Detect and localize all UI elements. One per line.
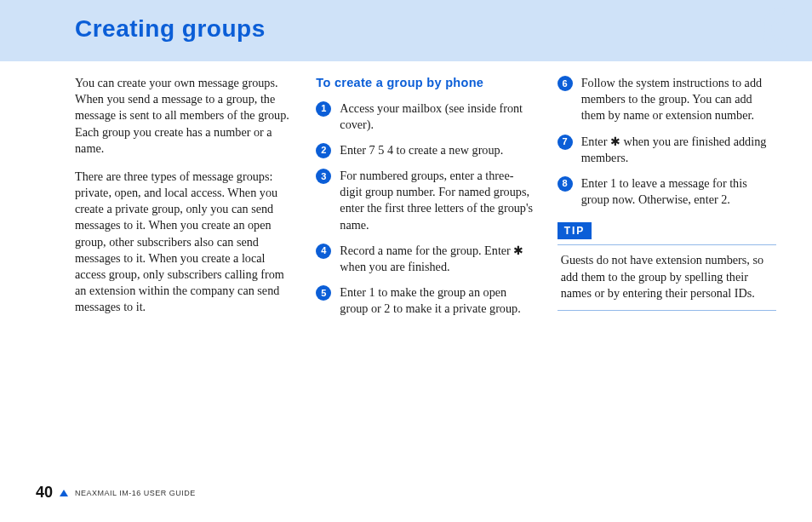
step-number-icon: 7: [558, 135, 573, 150]
tip-section: TIP Guests do not have extension numbers…: [558, 217, 776, 311]
step-item: 3 For numbered groups, enter a three-dig…: [316, 168, 535, 233]
page-footer: 40 NEAXMAIL IM-16 USER GUIDE: [36, 484, 196, 502]
page-title: Creating groups: [75, 15, 266, 43]
step-item: 8 Enter 1 to leave a message for this gr…: [558, 175, 776, 208]
step-text: For numbered groups, enter a three-digit…: [340, 168, 535, 233]
step-item: 2 Enter 7 5 4 to create a new group.: [316, 142, 535, 158]
procedure-heading: To create a group by phone: [316, 75, 535, 92]
step-number-icon: 2: [316, 143, 331, 158]
guide-title: NEAXMAIL IM-16 USER GUIDE: [75, 489, 196, 497]
tip-body: Guests do not have extension numbers, so…: [558, 244, 776, 311]
step-number-icon: 5: [316, 285, 331, 301]
phone-handset-icon: [751, 5, 793, 56]
column-intro: You can create your own message groups. …: [75, 75, 294, 327]
column-steps-b: 6 Follow the system instructions to add …: [558, 75, 776, 327]
step-number-icon: 6: [558, 76, 573, 91]
step-item: 1 Access your mailbox (see inside front …: [316, 100, 535, 133]
step-item: 4 Record a name for the group. Enter ✱ w…: [316, 243, 535, 275]
step-text: Record a name for the group. Enter ✱ whe…: [340, 243, 535, 275]
page-number: 40: [36, 484, 53, 502]
step-item: 7 Enter ✱ when you are finished adding m…: [558, 134, 776, 166]
step-item: 5 Enter 1 to make the group an open grou…: [316, 284, 535, 317]
step-text: Enter 1 to leave a message for this grou…: [581, 175, 776, 208]
step-number-icon: 1: [316, 101, 331, 117]
step-number-icon: 8: [558, 176, 573, 192]
step-text: Enter 1 to make the group an open group …: [340, 284, 535, 317]
step-item: 6 Follow the system instructions to add …: [558, 75, 776, 124]
content-area: You can create your own message groups. …: [75, 75, 776, 327]
tip-badge: TIP: [558, 222, 592, 239]
step-number-icon: 3: [316, 169, 331, 184]
step-number-icon: 4: [316, 244, 331, 259]
column-steps-a: To create a group by phone 1 Access your…: [316, 75, 535, 327]
step-text: Follow the system instructions to add me…: [581, 75, 776, 124]
step-text: Access your mailbox (see inside front co…: [340, 100, 535, 133]
step-text: Enter 7 5 4 to create a new group.: [340, 142, 535, 158]
triangle-up-icon: [60, 490, 68, 496]
intro-paragraph-1: You can create your own message groups. …: [75, 75, 294, 157]
step-text: Enter ✱ when you are finished adding mem…: [581, 134, 776, 166]
intro-paragraph-2: There are three types of message groups:…: [75, 169, 294, 316]
